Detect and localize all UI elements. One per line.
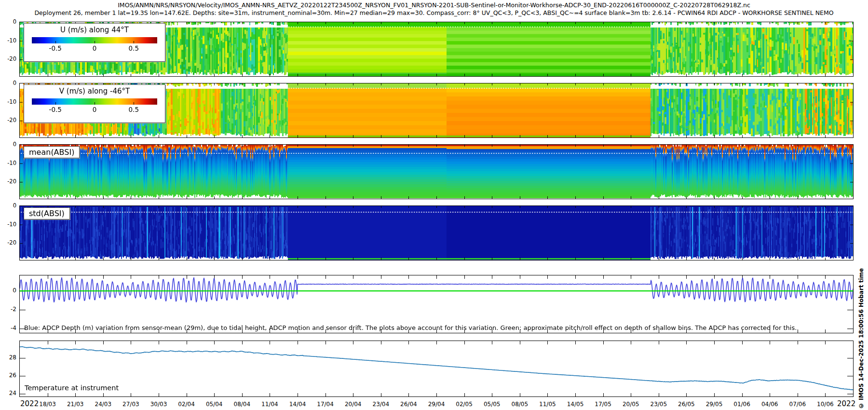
u-legend: U (m/s) along 44°T -0.5 0 0.5 (24, 23, 165, 62)
temp-ytick-label: 26 (0, 372, 16, 379)
x-axis-year-right: 2022 (837, 399, 855, 408)
u-colorbar-tick-zero: 0 (93, 44, 97, 52)
adcp-mooring-figure: IMOS/ANMN/NRS/NRSYON/Velocity/IMOS_ANMN-… (0, 0, 868, 410)
x-axis-date-label: 26/04 (400, 401, 417, 408)
temperature-panel: Temperature at instrument (19, 341, 854, 397)
u-colorbar-tick-neg: -0.5 (49, 44, 62, 52)
std-absi-heatmap-canvas (20, 206, 853, 260)
std-absi-panel: std(ABSI) (19, 205, 854, 260)
v-colorbar-tick-labels: -0.5 0 0.5 (32, 106, 157, 114)
depth-ytick-label: -4 (0, 325, 16, 331)
absi_std-ytick-label: 0 (0, 202, 16, 209)
x-axis-date-label: 17/05 (595, 401, 611, 408)
temperature-line-canvas (20, 341, 853, 396)
u-colorbar-tick-pos: 0.5 (129, 44, 139, 52)
absi_std-ytick-label: -10 (0, 221, 16, 228)
x-axis-date-label: 14/05 (567, 401, 584, 408)
depth-ytick-label: -2 (0, 306, 16, 313)
depth-variation-panel: Blue: ADCP Depth (m) variation from sens… (19, 275, 854, 333)
v-legend-title: V (m/s) along -46°T (24, 87, 165, 96)
x-axis-date-label: 01/06 (733, 401, 750, 408)
x-axis-date-label: 29/05 (706, 401, 723, 408)
v-ytick-label: -20 (0, 117, 16, 123)
absi_mean-ytick-label: 0 (0, 141, 16, 148)
u-velocity-panel: U (m/s) along 44°T -0.5 0 0.5 (19, 22, 854, 77)
mean-absi-heatmap-canvas (20, 145, 853, 199)
x-axis-year-left: 2022 (20, 399, 39, 408)
u-ytick-label: -20 (0, 55, 16, 62)
v-colorbar-tick-neg: -0.5 (49, 106, 62, 113)
colorbar-tick-mark (95, 102, 95, 105)
x-axis-date-label: 05/04 (206, 401, 223, 408)
x-axis-date-label: 27/03 (122, 401, 139, 408)
mean-absi-label: mean(ABSI) (24, 146, 80, 158)
x-axis-date-label: 30/03 (150, 401, 167, 408)
colorbar-tick-mark (134, 41, 134, 43)
x-axis-date-label: 08/05 (512, 401, 529, 408)
x-axis-date-label: 23/05 (651, 401, 667, 408)
colorbar-tick-mark (134, 102, 134, 105)
figure-title-line2: Deployment 26, member 1 lat=19.3S lon=14… (0, 9, 868, 16)
x-axis-date-label: 10/06 (817, 401, 834, 408)
x-axis-date-label: 29/04 (428, 401, 445, 408)
v-colorbar-tick-zero: 0 (93, 106, 97, 113)
u-ytick-label: 0 (0, 18, 16, 25)
u-colorbar-tick-labels: -0.5 0 0.5 (32, 44, 157, 53)
x-axis-date-label: 24/03 (95, 401, 112, 408)
u-colorbar (32, 37, 157, 43)
x-axis-date-label: 17/04 (317, 401, 334, 408)
v-colorbar (32, 98, 157, 105)
x-axis-date-label: 18/03 (39, 401, 56, 408)
temperature-label: Temperature at instrument (25, 384, 119, 392)
v-legend: V (m/s) along -46°T -0.5 0 0.5 (24, 84, 165, 123)
colorbar-tick-mark (95, 41, 95, 43)
figure-title-line1: IMOS/ANMN/NRS/NRSYON/Velocity/IMOS_ANMN-… (0, 1, 868, 9)
v-colorbar-tick-pos: 0.5 (129, 106, 139, 113)
std-absi-label: std(ABSI) (24, 207, 70, 219)
depth-note-text: Blue: ADCP Depth (m) variation from sens… (24, 324, 797, 331)
x-axis-date-label: 08/04 (234, 401, 251, 408)
x-axis-date-label: 02/04 (178, 401, 195, 408)
v-ytick-label: 0 (0, 80, 16, 86)
imos-credit-vertical-text: © IMOS 14-Dec-2025 18:00:56 Hobart time (858, 217, 867, 409)
absi_mean-ytick-label: -10 (0, 160, 16, 166)
colorbar-tick-mark (55, 102, 56, 105)
x-axis-date-label: 26/05 (678, 401, 695, 408)
x-axis-date-label: 21/03 (67, 401, 84, 408)
x-axis-date-label: 11/05 (539, 401, 556, 408)
x-axis-date-label: 20/05 (623, 401, 639, 408)
x-axis-date-label: 04/06 (761, 401, 778, 408)
depth-ytick-label: 0 (0, 287, 16, 294)
temp-ytick-label: 28 (0, 354, 16, 361)
x-axis-date-label: 20/04 (345, 401, 362, 408)
temp-ytick-label: 24 (0, 390, 16, 396)
colorbar-tick-mark (55, 41, 56, 43)
x-axis-date-label: 05/05 (484, 401, 501, 408)
x-axis-date-label: 02/05 (456, 401, 473, 408)
x-axis-date-label: 14/04 (289, 401, 306, 408)
x-axis-date-label: 23/04 (373, 401, 390, 408)
x-axis-date-label: 11/04 (261, 401, 278, 408)
v-ytick-label: -10 (0, 98, 16, 105)
mean-absi-panel: mean(ABSI) (19, 144, 854, 199)
absi_mean-ytick-label: -20 (0, 178, 16, 185)
u-legend-title: U (m/s) along 44°T (24, 26, 165, 34)
v-velocity-panel: V (m/s) along -46°T -0.5 0 0.5 (19, 83, 854, 138)
absi_std-ytick-label: -20 (0, 239, 16, 246)
x-axis-date-label: 07/06 (789, 401, 806, 408)
u-ytick-label: -10 (0, 37, 16, 44)
